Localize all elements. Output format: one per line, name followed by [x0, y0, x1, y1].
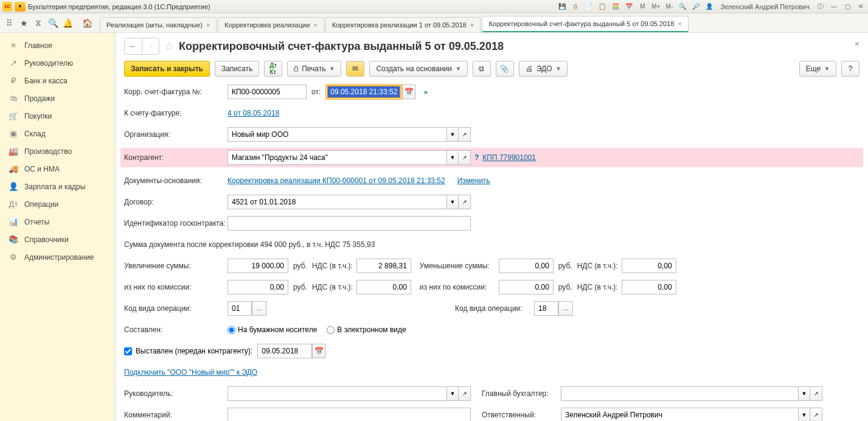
close-icon[interactable]: ×: [313, 21, 317, 29]
edo-connect-link[interactable]: Подключить "ООО "Новый мир"" к ЭДО: [124, 368, 257, 377]
open-button[interactable]: ↗: [459, 195, 471, 209]
dt-kt-button[interactable]: ДтКт: [264, 61, 282, 77]
close-icon[interactable]: ×: [206, 21, 210, 29]
sidebar-item-bank[interactable]: ₽Банк и касса: [0, 72, 115, 89]
contract-input[interactable]: [227, 195, 446, 209]
radio-electronic[interactable]: В электронном виде: [327, 325, 406, 334]
inc-comm-vat-input[interactable]: [356, 280, 411, 294]
print-icon[interactable]: ⎙: [571, 2, 580, 12]
info-icon[interactable]: ⓘ: [816, 2, 825, 12]
op-code-l-select[interactable]: …: [252, 301, 266, 316]
dropdown-button[interactable]: ▼: [446, 127, 459, 142]
comment-input[interactable]: [227, 408, 471, 421]
op-code-l-input[interactable]: [227, 301, 252, 316]
org-input[interactable]: [227, 127, 446, 142]
inc-vat-input[interactable]: [356, 259, 411, 273]
mail-button[interactable]: ✉: [346, 61, 364, 77]
dropdown-button[interactable]: ▼: [798, 408, 810, 421]
help-icon[interactable]: ?: [474, 153, 479, 162]
open-button[interactable]: ↗: [459, 127, 471, 142]
close-window-icon[interactable]: ✕: [856, 2, 866, 12]
calc-icon[interactable]: 🧮: [611, 2, 620, 12]
nav-forward-button[interactable]: →: [142, 38, 159, 54]
op-code-r-select[interactable]: …: [558, 301, 573, 316]
inc-sum-input[interactable]: [227, 259, 288, 273]
basis-link[interactable]: Корректировка реализации КП00-000001 от …: [227, 176, 445, 185]
issued-date-calendar[interactable]: 📅: [312, 344, 325, 358]
corr-date-input[interactable]: 09.05.2018 21:33:52: [327, 85, 401, 99]
favorite-icon[interactable]: ★: [18, 18, 29, 29]
dec-sum-input[interactable]: [499, 259, 554, 273]
inc-comm-input[interactable]: [227, 280, 288, 294]
sidebar-item-operations[interactable]: ДтОперации: [0, 195, 115, 213]
close-document-icon[interactable]: ×: [855, 39, 859, 49]
sidebar-item-admin[interactable]: ⚙Администрирование: [0, 248, 115, 266]
dropdown-button[interactable]: ▼: [446, 150, 459, 165]
nav-back-button[interactable]: ←: [125, 38, 142, 54]
more-button[interactable]: Еще▼: [799, 61, 836, 77]
save-icon[interactable]: 💾: [557, 2, 567, 12]
maximize-icon[interactable]: ▢: [842, 2, 852, 12]
app-menu-dropdown[interactable]: ▼: [15, 2, 26, 12]
dropdown-button[interactable]: ▼: [446, 195, 459, 209]
save-close-button[interactable]: Записать и закрыть: [124, 61, 210, 77]
m-label[interactable]: M: [637, 2, 647, 12]
calendar-button[interactable]: 📅: [402, 85, 415, 99]
accountant-input[interactable]: [561, 386, 798, 401]
dec-comm-input[interactable]: [499, 280, 554, 294]
dropdown-button[interactable]: ▼: [446, 386, 459, 401]
print-button[interactable]: ⎙Печать▼: [287, 61, 341, 77]
attach-button[interactable]: 📎: [496, 61, 514, 77]
clipboard-icon[interactable]: 📋: [597, 2, 607, 12]
issued-date-input[interactable]: [257, 344, 312, 358]
to-invoice-link[interactable]: 4 от 08.05.2018: [227, 109, 279, 117]
open-button[interactable]: ↗: [459, 150, 471, 165]
m-plus-label[interactable]: M+: [651, 2, 661, 12]
apps-icon[interactable]: ⠿: [4, 18, 15, 29]
change-link[interactable]: Изменить: [457, 176, 490, 185]
save-button[interactable]: Записать: [215, 61, 259, 77]
sidebar-item-manager[interactable]: ↗Руководителю: [0, 54, 115, 72]
issued-checkbox[interactable]: Выставлен (передан контрагенту):: [124, 347, 252, 355]
kpp-link[interactable]: КПП 779901001: [482, 153, 536, 162]
tab-correction[interactable]: Корректировка реализации×: [218, 17, 324, 32]
open-button[interactable]: ↗: [810, 386, 822, 401]
home-icon[interactable]: 🏠: [82, 18, 92, 29]
sidebar-item-production[interactable]: 🏭Производство: [0, 142, 115, 160]
op-code-r-input[interactable]: [534, 301, 558, 316]
zoom-out-icon[interactable]: 🔎: [691, 2, 701, 12]
m-minus-label[interactable]: M-: [664, 2, 674, 12]
close-icon[interactable]: ×: [678, 20, 681, 27]
create-based-button[interactable]: Создать на основании▼: [369, 61, 467, 77]
sidebar-item-warehouse[interactable]: ▣Склад: [0, 125, 115, 142]
open-button[interactable]: ↗: [459, 386, 471, 401]
close-icon[interactable]: ×: [470, 21, 474, 29]
responsible-input[interactable]: [561, 408, 798, 421]
sidebar-item-main[interactable]: ≡Главное: [0, 37, 115, 54]
sidebar-item-reports[interactable]: 📊Отчеты: [0, 213, 115, 231]
help-button[interactable]: ?: [841, 61, 859, 77]
register-icon[interactable]: ▸: [422, 87, 431, 97]
counterparty-input[interactable]: [227, 150, 446, 165]
sidebar-item-sales[interactable]: 🛍Продажи: [0, 89, 115, 107]
dec-vat-input[interactable]: [622, 259, 676, 273]
sidebar-item-refs[interactable]: 📚Справочники: [0, 231, 115, 248]
manager-input[interactable]: [227, 386, 446, 401]
corr-number-input[interactable]: [227, 85, 307, 99]
doc-icon[interactable]: 📄: [584, 2, 594, 12]
calendar-icon[interactable]: 📅: [624, 2, 634, 12]
dropdown-button[interactable]: ▼: [798, 386, 810, 401]
sidebar-item-salary[interactable]: 👤Зарплата и кадры: [0, 178, 115, 195]
dec-comm-vat-input[interactable]: [622, 280, 676, 294]
structure-button[interactable]: ⧉: [473, 61, 491, 77]
history-icon[interactable]: ⧖: [33, 18, 44, 29]
bell-icon[interactable]: 🔔: [62, 18, 73, 29]
tab-corr-invoice[interactable]: Корректировочный счет-фактура выданный 5…: [482, 16, 688, 32]
minimize-icon[interactable]: —: [829, 2, 839, 12]
radio-paper[interactable]: На бумажном носителе: [227, 325, 317, 334]
open-button[interactable]: ↗: [810, 408, 822, 421]
sidebar-item-assets[interactable]: 🚚ОС и НМА: [0, 160, 115, 178]
gos-id-input[interactable]: [227, 216, 471, 231]
tab-realization[interactable]: Реализация (акты, накладные)×: [100, 17, 217, 32]
sidebar-item-purchases[interactable]: 🛒Покупки: [0, 107, 115, 125]
